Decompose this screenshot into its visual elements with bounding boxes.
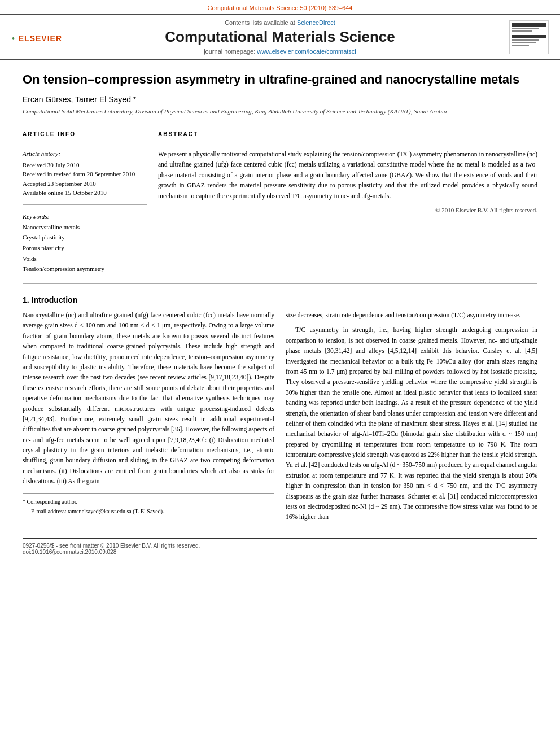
section-1: 1. Introduction Nanocrystalline (nc) and… <box>23 295 537 527</box>
body-p-tc: T/C asymmetry in strength, i.e., having … <box>286 325 537 522</box>
body-col-left: Nanocrystalline (nc) and ultrafine-grain… <box>23 310 274 527</box>
elsevier-wordmark: ELSEVIER <box>19 34 62 43</box>
body-p1: Nanocrystalline (nc) and ultrafine-grain… <box>23 310 274 487</box>
copyright: © 2010 Elsevier B.V. All rights reserved… <box>158 206 537 216</box>
abstract-text: We present a physically motivated comput… <box>158 149 537 216</box>
homepage-link[interactable]: www.elsevier.com/locate/commatsci <box>257 48 356 55</box>
contents-line: Contents lists available at ScienceDirec… <box>62 19 498 26</box>
body-p-size: size decreases, strain rate dependence a… <box>286 310 537 320</box>
article-title: On tension–compression asymmetry in ultr… <box>23 72 537 88</box>
journal-header-center: Contents lists available at ScienceDirec… <box>62 19 498 55</box>
divider-abstract <box>158 143 537 143</box>
article-info-label: ARTICLE INFO <box>23 131 147 137</box>
footnotes: * Corresponding author. E-mail address: … <box>23 493 274 516</box>
footnote-email: E-mail address: tamer.elsayed@kaust.edu.… <box>23 507 274 516</box>
journal-logo-right <box>498 20 549 54</box>
journal-header-bar: ELSEVIER Contents lists available at Sci… <box>0 14 560 60</box>
bottom-bar: 0927-0256/$ - see front matter © 2010 El… <box>23 538 537 555</box>
abstract-label: ABSTRACT <box>158 131 537 137</box>
body-col-right: size decreases, strain rate dependence a… <box>286 310 537 527</box>
divider-body <box>23 283 537 284</box>
abstract-column: ABSTRACT We present a physically motivat… <box>158 131 537 274</box>
keyword-3: Porous plasticity <box>23 243 147 254</box>
authors: Ercan Gürses, Tamer El Sayed * <box>23 95 537 104</box>
body-two-col: Nanocrystalline (nc) and ultrafine-grain… <box>23 310 537 527</box>
divider-info <box>23 143 147 143</box>
affiliation: Computational Solid Mechanics Laboratory… <box>23 107 537 116</box>
keyword-2: Crystal plasticity <box>23 232 147 243</box>
doi: doi:10.1016/j.commatsci.2010.09.028 <box>23 549 537 555</box>
journal-thumbnail <box>509 20 549 54</box>
history-label: Article history: <box>23 149 147 159</box>
received-date: Received 30 July 2010 <box>23 160 147 170</box>
svg-point-3 <box>13 37 14 37</box>
article-meta-section: ARTICLE INFO Article history: Received 3… <box>23 131 537 274</box>
abstract-paragraph: We present a physically motivated comput… <box>158 149 537 201</box>
copyright-notice: 0927-0256/$ - see front matter © 2010 El… <box>23 543 537 549</box>
section-1-title: 1. Introduction <box>23 295 537 304</box>
journal-title: Computational Materials Science <box>62 28 498 46</box>
accepted-date: Accepted 23 September 2010 <box>23 179 147 189</box>
keywords-block: Keywords: Nanocrystalline metals Crystal… <box>23 213 147 274</box>
journal-homepage: journal homepage: www.elsevier.com/locat… <box>62 48 498 55</box>
elsevier-brand: ELSEVIER <box>11 27 62 50</box>
main-content: On tension–compression asymmetry in ultr… <box>0 60 560 566</box>
keywords-label: Keywords: <box>23 213 147 220</box>
keyword-4: Voids <box>23 254 147 264</box>
article-info-column: ARTICLE INFO Article history: Received 3… <box>23 131 147 274</box>
divider-1 <box>23 125 537 125</box>
elsevier-tree-icon <box>11 27 15 50</box>
journal-citation: Computational Materials Science 50 (2010… <box>0 0 560 14</box>
revised-date: Received in revised form 20 September 20… <box>23 169 147 179</box>
elsevier-logo-left: ELSEVIER <box>11 25 62 50</box>
sciencedirect-link[interactable]: ScienceDirect <box>297 19 335 26</box>
divider-keywords <box>23 204 147 205</box>
keyword-5: Tension/compression asymmetry <box>23 264 147 274</box>
footnote-corresponding: * Corresponding author. <box>23 497 274 506</box>
available-date: Available online 15 October 2010 <box>23 188 147 198</box>
svg-rect-0 <box>13 39 14 40</box>
article-history: Article history: Received 30 July 2010 R… <box>23 149 147 198</box>
keywords-list: Nanocrystalline metals Crystal plasticit… <box>23 222 147 274</box>
keyword-1: Nanocrystalline metals <box>23 222 147 233</box>
